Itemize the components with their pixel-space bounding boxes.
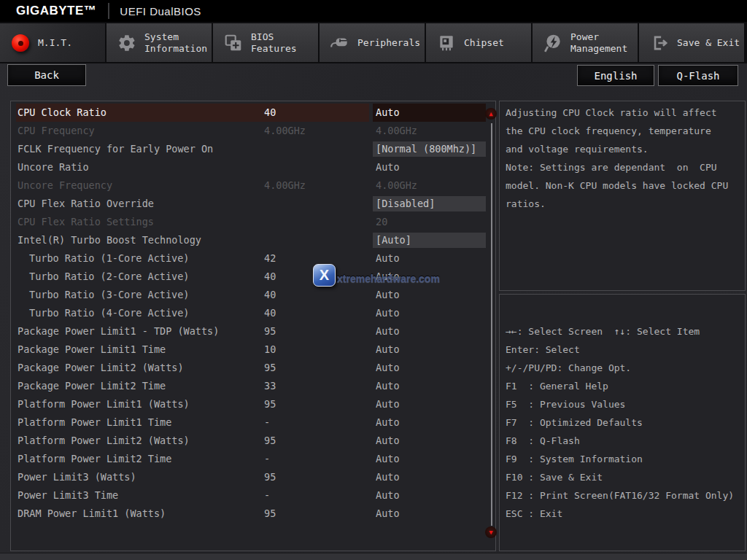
- setting-option-box[interactable]: [Auto]: [373, 233, 486, 248]
- key-legend-text: →←: Select Screen ↑↓: Select ItemEnter: …: [500, 295, 745, 523]
- setting-current-value: 95: [264, 505, 276, 523]
- settings-list-panel: CPU Clock Ratio40AutoCPU Frequency4.00GH…: [10, 101, 496, 551]
- qflash-button[interactable]: Q-Flash: [658, 65, 738, 86]
- tab-power-management[interactable]: Power Management: [533, 23, 638, 62]
- setting-option-box[interactable]: [Normal (800Mhz)]: [373, 141, 486, 157]
- setting-option-value: Auto: [376, 158, 400, 176]
- tab-label: Peripherals: [357, 37, 420, 49]
- mouse-icon: [329, 32, 351, 54]
- setting-label: Platform Power Limit2 (Watts): [18, 432, 190, 450]
- setting-current-value: 95: [264, 432, 276, 450]
- setting-label: Platform Power Limit1 (Watts): [18, 395, 190, 413]
- watermark-text: xtremehardware.com: [337, 273, 440, 284]
- tab-save-exit[interactable]: Save & Exit: [639, 23, 744, 62]
- setting-current-value: -: [264, 486, 270, 505]
- setting-row[interactable]: Turbo Ratio (3-Core Active)40Auto: [11, 286, 495, 304]
- setting-row[interactable]: Package Power Limit2 (Watts)95Auto: [11, 359, 495, 377]
- setting-row[interactable]: Uncore RatioAuto: [11, 158, 495, 176]
- setting-label: CPU Clock Ratio: [18, 104, 107, 122]
- setting-row[interactable]: Power Limit3 Time-Auto: [11, 486, 495, 505]
- setting-option-value: 4.00GHz: [376, 122, 417, 140]
- setting-option-value: Auto: [376, 505, 400, 523]
- tab-label: System Information: [144, 31, 207, 55]
- help-text-line: model. Non-K CPU models have locked CPU: [500, 176, 745, 195]
- key-legend-line: →←: Select Screen ↑↓: Select Item: [500, 322, 745, 341]
- setting-option-value: Auto: [376, 359, 400, 377]
- setting-label: Intel(R) Turbo Boost Technology: [18, 231, 201, 249]
- setting-label: Power Limit3 Time: [18, 486, 118, 505]
- help-text-line: and voltage requirements.: [500, 140, 745, 158]
- setting-current-value: 95: [264, 322, 276, 341]
- back-button[interactable]: Back: [7, 64, 86, 86]
- setting-row[interactable]: Power Limit3 (Watts)95Auto: [11, 468, 495, 486]
- setting-option-value: Auto: [376, 341, 400, 359]
- scroll-up-icon[interactable]: ▲: [485, 108, 497, 120]
- setting-row[interactable]: Platform Power Limit2 Time-Auto: [11, 450, 495, 468]
- help-text-line: ratios.: [500, 195, 745, 213]
- tab-chipset[interactable]: Chipset: [426, 23, 531, 62]
- setting-label: CPU Flex Ratio Override: [18, 195, 154, 213]
- setting-row[interactable]: CPU Frequency4.00GHz4.00GHz: [11, 122, 495, 140]
- key-legend-panel: →←: Select Screen ↑↓: Select ItemEnter: …: [499, 294, 746, 551]
- setting-option-value: Auto: [376, 286, 400, 304]
- setting-current-value: 95: [264, 468, 276, 486]
- setting-label: Package Power Limit1 Time: [18, 341, 166, 359]
- setting-option-value: Auto: [376, 395, 400, 413]
- setting-row[interactable]: Platform Power Limit1 (Watts)95Auto: [11, 395, 495, 413]
- tab-mit[interactable]: M.I.T.: [0, 23, 105, 62]
- setting-row[interactable]: CPU Clock Ratio40Auto: [11, 104, 495, 122]
- scroll-down-icon[interactable]: ▼: [485, 526, 497, 538]
- setting-row[interactable]: CPU Flex Ratio Settings20: [11, 213, 495, 231]
- tab-bios-features[interactable]: BIOS Features: [213, 23, 318, 62]
- mit-red-dot-icon: [9, 32, 31, 54]
- item-help-panel: Adjusting CPU Clock ratio will affectthe…: [499, 101, 746, 291]
- key-legend-line: F12 : Print Screen(FAT16/32 Format Only): [500, 486, 745, 505]
- setting-label: Turbo Ratio (1-Core Active): [29, 249, 189, 268]
- tab-bar: M.I.T.System InformationBIOS FeaturesPer…: [0, 22, 747, 63]
- footer-strip: [0, 553, 747, 560]
- key-legend-line: +/-/PU/PD: Change Opt.: [500, 359, 745, 377]
- scrollbar-track[interactable]: [491, 123, 492, 526]
- setting-current-value: 33: [264, 377, 276, 395]
- setting-option-box[interactable]: [Disabled]: [373, 196, 486, 211]
- setting-option-value: Auto: [376, 322, 400, 341]
- item-help-text: Adjusting CPU Clock ratio will affectthe…: [500, 101, 745, 213]
- exit-door-icon: [649, 32, 670, 54]
- setting-row[interactable]: FCLK Frequency for Early Power On[Normal…: [11, 140, 495, 158]
- chipset-icon: [436, 32, 457, 54]
- setting-row[interactable]: Package Power Limit1 Time10Auto: [11, 341, 495, 359]
- tab-peripherals[interactable]: Peripherals: [320, 23, 425, 62]
- page-title: UEFI DualBIOS: [120, 5, 201, 18]
- setting-row[interactable]: Platform Power Limit1 Time-Auto: [11, 413, 495, 432]
- key-legend-line: ESC : Exit: [500, 505, 745, 523]
- setting-row[interactable]: Package Power Limit2 Time33Auto: [11, 377, 495, 395]
- help-text-line: Note: Settings are dependant on CPU: [500, 158, 745, 176]
- key-legend-line: F9 : System Information: [500, 450, 745, 468]
- tab-system-information[interactable]: System Information: [107, 23, 212, 62]
- watermark-x-icon: X: [313, 264, 336, 287]
- setting-row[interactable]: Intel(R) Turbo Boost Technology[Auto]: [11, 231, 495, 249]
- lightning-icon: [542, 32, 564, 54]
- setting-current-value: 40: [264, 286, 276, 304]
- setting-current-value: 4.00GHz: [264, 122, 306, 140]
- key-legend-line: F5 : Previous Values: [500, 395, 745, 413]
- uefi-bios-screen: { "header": { "brand": "GIGABYTE™", "tit…: [0, 0, 747, 560]
- setting-option-value: Auto: [376, 413, 400, 432]
- setting-option-value: Auto: [376, 432, 400, 450]
- setting-row[interactable]: Turbo Ratio (4-Core Active)40Auto: [11, 304, 495, 322]
- language-button[interactable]: English: [577, 65, 654, 86]
- setting-row[interactable]: Uncore Frequency4.00GHz4.00GHz: [11, 176, 495, 195]
- setting-row[interactable]: Platform Power Limit2 (Watts)95Auto: [11, 432, 495, 450]
- setting-label: DRAM Power Limit1 (Watts): [18, 505, 166, 523]
- setting-label: Turbo Ratio (4-Core Active): [29, 304, 189, 322]
- setting-current-value: 95: [264, 359, 276, 377]
- setting-current-value: 4.00GHz: [264, 176, 306, 195]
- header-divider: [108, 3, 109, 19]
- setting-row[interactable]: Package Power Limit1 - TDP (Watts)95Auto: [11, 322, 495, 341]
- setting-option-value: Auto: [376, 104, 400, 122]
- setting-row[interactable]: CPU Flex Ratio Override[Disabled]: [11, 195, 495, 213]
- setting-row[interactable]: DRAM Power Limit1 (Watts)95Auto: [11, 505, 495, 523]
- key-legend-line: F8 : Q-Flash: [500, 432, 745, 450]
- tab-label: Save & Exit: [677, 37, 740, 49]
- setting-label: Turbo Ratio (3-Core Active): [29, 286, 189, 304]
